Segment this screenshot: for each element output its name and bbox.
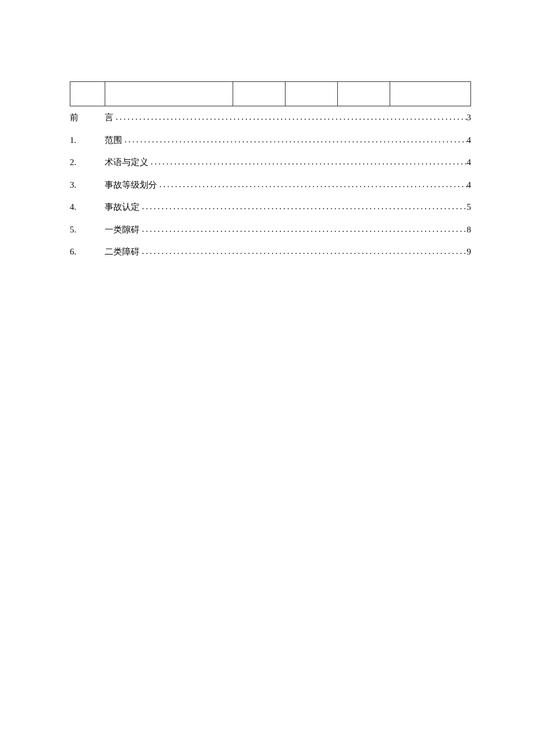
table-of-contents: 前 言 3 1. 范围 4 2. 术语与定义 4 3. 事故等级划分 4 4. … — [70, 111, 471, 259]
header-cell — [286, 82, 338, 106]
toc-entry: 2. 术语与定义 4 — [70, 156, 471, 169]
header-cell — [233, 82, 286, 106]
toc-entry-page: 4 — [467, 134, 472, 147]
toc-entry-title: 言 — [105, 111, 113, 124]
toc-entry-number: 3. — [70, 178, 105, 192]
header-table — [70, 81, 471, 106]
toc-entry-number: 4. — [70, 200, 105, 214]
toc-entry: 4. 事故认定 5 — [70, 200, 471, 214]
toc-entry: 5. 一类隙碍 8 — [70, 223, 471, 237]
toc-entry-number: 6. — [70, 245, 105, 259]
toc-entry-title: 范围 — [105, 134, 122, 147]
toc-entry-page: 3 — [467, 111, 472, 124]
header-cell — [105, 82, 233, 106]
toc-entry-number: 1. — [70, 134, 105, 147]
toc-entry: 3. 事故等级划分 4 — [70, 178, 471, 192]
header-cell — [390, 82, 471, 106]
header-cell — [70, 82, 105, 106]
toc-entry-leader — [157, 178, 467, 191]
toc-entry-leader — [140, 223, 467, 236]
toc-entry-title: 事故认定 — [105, 200, 140, 214]
toc-entry: 1. 范围 4 — [70, 134, 471, 147]
toc-entry-page: 8 — [467, 223, 472, 237]
toc-entry-page: 5 — [467, 200, 472, 214]
toc-entry-title: 术语与定义 — [105, 156, 148, 169]
toc-entry-leader — [140, 200, 467, 213]
toc-entry-page: 9 — [467, 245, 472, 259]
toc-entry-page: 4 — [467, 156, 472, 169]
toc-entry-title: 事故等级划分 — [105, 178, 157, 192]
toc-entry-page: 4 — [467, 178, 472, 192]
toc-entry-title: 一类隙碍 — [105, 223, 140, 237]
header-table-row — [70, 82, 471, 106]
toc-entry: 前 言 3 — [70, 111, 471, 124]
toc-entry-number: 2. — [70, 156, 105, 169]
toc-entry-leader — [122, 133, 467, 146]
toc-entry-number: 5. — [70, 223, 105, 237]
toc-entry-leader — [140, 245, 467, 258]
toc-entry-number: 前 — [70, 111, 105, 124]
toc-entry-leader — [113, 110, 467, 124]
page-content: 前 言 3 1. 范围 4 2. 术语与定义 4 3. 事故等级划分 4 4. … — [0, 0, 535, 259]
header-cell — [338, 82, 390, 106]
toc-entry-leader — [148, 155, 467, 169]
toc-entry-title: 二类障碍 — [105, 245, 140, 259]
toc-entry: 6. 二类障碍 9 — [70, 245, 471, 259]
